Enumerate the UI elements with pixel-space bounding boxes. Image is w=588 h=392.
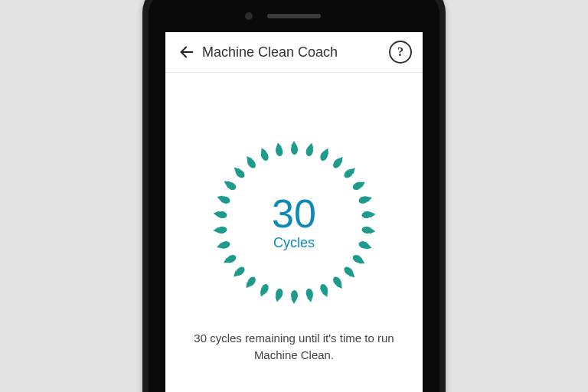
droplet-icon [291,145,298,155]
app-screen: Machine Clean Coach ? 30 Cycles 30 cycle… [165,32,423,392]
cycle-ring: 30 Cycles [214,142,374,302]
help-icon: ? [397,45,403,59]
cycle-count-value: 30 [272,194,316,234]
device-bezel: Machine Clean Coach ? 30 Cycles 30 cycle… [149,0,439,392]
droplet-icon [361,211,372,218]
droplet-icon [291,290,298,300]
droplet-icon [217,226,227,234]
arrow-left-icon [178,44,195,60]
help-button[interactable]: ? [389,41,412,64]
status-message: 30 cycles remaining until it's time to r… [165,330,423,364]
droplet-icon [217,211,227,218]
main-content: 30 Cycles 30 cycles remaining until it's… [165,73,423,364]
app-header: Machine Clean Coach ? [165,32,423,73]
back-button[interactable] [176,41,198,63]
device-frame: Machine Clean Coach ? 30 Cycles 30 cycle… [142,0,446,392]
page-title: Machine Clean Coach [198,44,389,60]
device-speaker [267,14,321,18]
cycle-count-unit: Cycles [273,235,315,251]
device-camera [245,12,253,20]
cycle-counter: 30 Cycles [214,142,374,302]
droplet-icon [361,226,372,234]
